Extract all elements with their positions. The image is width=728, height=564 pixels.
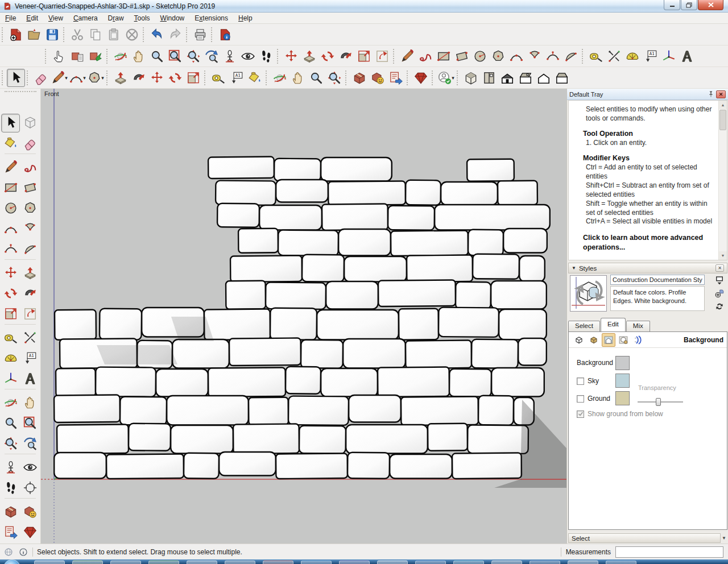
two-point-arc-tool-icon[interactable]	[507, 47, 526, 65]
select-tool-icon[interactable]	[7, 69, 25, 87]
tape-measure-tool-icon[interactable]	[587, 47, 605, 65]
sky-color-swatch[interactable]	[615, 374, 630, 388]
push-pull-tool-icon[interactable]	[300, 47, 318, 65]
share-model-tool-icon[interactable]	[387, 69, 405, 87]
toolbar-grip[interactable]	[582, 49, 584, 64]
secondary-pane-icon[interactable]	[713, 275, 726, 286]
watermark-settings-icon[interactable]	[617, 333, 630, 347]
walk-tool-icon[interactable]	[257, 47, 275, 65]
ground-checkbox[interactable]	[577, 395, 584, 403]
taskbar-app-icon[interactable]	[606, 561, 636, 564]
windows-taskbar[interactable]	[0, 559, 728, 564]
zoom-tool-icon[interactable]	[307, 69, 325, 87]
menu-view[interactable]: View	[43, 13, 68, 23]
dropdown-arrow-icon[interactable]: ▾	[83, 75, 86, 81]
scroll-down-icon[interactable]: ▼	[719, 251, 727, 260]
instructor-scrollbar[interactable]: ▲ ▼	[718, 101, 727, 260]
pan-tool-icon[interactable]	[289, 69, 307, 87]
style-thumbnail[interactable]	[570, 275, 607, 312]
menu-window[interactable]: Window	[155, 13, 190, 23]
undo-tool-icon[interactable]	[148, 26, 166, 44]
toolbar-grip[interactable]	[45, 49, 47, 64]
top-view-tool-icon[interactable]	[480, 69, 498, 87]
text-tool-icon[interactable]: A1	[228, 69, 246, 87]
line-tool-icon[interactable]: ▾	[50, 69, 68, 87]
taskbar-app-icon[interactable]	[453, 561, 484, 564]
menu-edit[interactable]: Edit	[21, 13, 43, 23]
edge-settings-icon[interactable]	[572, 333, 586, 347]
style-name-field[interactable]: Construction Documentation Sty	[610, 275, 705, 285]
rotated-rectangle-tool-icon[interactable]	[453, 47, 471, 65]
info-circle-icon[interactable]	[18, 547, 28, 557]
polygon-tool-icon[interactable]	[489, 47, 507, 65]
text-tool-icon[interactable]: A1	[642, 47, 660, 65]
taskbar-app-icon[interactable]	[491, 561, 522, 564]
look-around-tool-icon[interactable]	[20, 458, 39, 477]
orbit-tool-icon[interactable]	[111, 47, 130, 65]
measurements-input[interactable]	[615, 546, 723, 558]
tab-select[interactable]: Select	[568, 321, 600, 331]
save-tool-icon[interactable]	[43, 26, 61, 44]
previous-view-tool-icon[interactable]	[20, 434, 39, 453]
paint-bucket-tool-icon[interactable]	[246, 69, 264, 87]
restore-button[interactable]	[681, 0, 697, 10]
menu-tools[interactable]: Tools	[129, 13, 155, 23]
toolbar-grip[interactable]	[63, 27, 65, 42]
iso-view-tool-icon[interactable]	[462, 69, 480, 87]
menu-file[interactable]: File	[0, 13, 21, 23]
rotate-tool-icon[interactable]	[166, 69, 184, 87]
taskbar-app-icon[interactable]	[339, 561, 370, 564]
scale-tool-icon[interactable]	[184, 69, 202, 87]
offset-tool-icon[interactable]	[373, 47, 391, 65]
previous-view-tool-icon[interactable]	[202, 47, 221, 65]
back-view-tool-icon[interactable]	[535, 69, 553, 87]
position-camera-tool-icon[interactable]	[1, 458, 20, 477]
move-tool-icon[interactable]	[148, 69, 166, 87]
tab-edit[interactable]: Edit	[601, 318, 626, 331]
zoom-window-tool-icon[interactable]	[166, 47, 184, 65]
toolbar-grip[interactable]	[204, 70, 206, 85]
pan-tool-icon[interactable]	[20, 393, 39, 412]
pie-filled-tool-icon[interactable]	[20, 240, 39, 259]
two-point-arc-tool-icon[interactable]	[1, 219, 20, 238]
select-tool-icon[interactable]	[1, 114, 20, 132]
line-tool-icon[interactable]	[1, 158, 20, 177]
look-around-tool-icon[interactable]	[239, 47, 257, 65]
rectangle-tool-icon[interactable]	[1, 179, 20, 197]
transparency-slider[interactable]	[638, 398, 683, 406]
ashlar-stone-wall-model[interactable]	[41, 89, 566, 544]
orbit-tool-icon[interactable]	[271, 69, 289, 87]
taskbar-app-icon[interactable]	[301, 561, 332, 564]
menu-camera[interactable]: Camera	[68, 13, 103, 23]
scale-tool-icon[interactable]	[1, 305, 20, 324]
circle-tool-icon[interactable]	[471, 47, 489, 65]
taskbar-app-icon[interactable]	[187, 561, 217, 564]
toolbar-grip[interactable]	[393, 49, 395, 64]
create-style-icon[interactable]	[713, 288, 726, 299]
taskbar-app-icon[interactable]	[415, 561, 446, 564]
3d-warehouse-tool-icon[interactable]	[1, 503, 20, 521]
toolbar-grip[interactable]	[432, 70, 434, 85]
rectangle-tool-icon[interactable]	[435, 47, 453, 65]
palette-grip[interactable]	[5, 91, 36, 92]
taskbar-app-icon[interactable]	[72, 561, 103, 564]
rotated-rectangle-tool-icon[interactable]	[20, 179, 39, 197]
axes-tool-icon[interactable]	[660, 47, 678, 65]
print-tool-icon[interactable]	[191, 26, 209, 44]
freehand-tool-icon[interactable]	[416, 47, 435, 65]
protractor-tool-icon[interactable]	[1, 349, 20, 368]
face-settings-icon[interactable]	[587, 333, 601, 347]
toolbar-grip[interactable]	[106, 70, 109, 85]
tray-close-icon[interactable]: ✕	[716, 90, 726, 98]
toolbar-grip[interactable]	[277, 49, 279, 64]
protractor-tool-icon[interactable]	[623, 47, 642, 65]
zoom-extents-tool-icon[interactable]	[1, 434, 20, 453]
instructor-advanced-link[interactable]: Click to learn about more advanced opera…	[583, 233, 716, 252]
get-models-tool-icon[interactable]	[369, 69, 387, 87]
extension-warehouse-tool-icon[interactable]	[20, 523, 39, 542]
toolbar-grip[interactable]	[143, 27, 145, 42]
3d-text-tool-icon[interactable]	[678, 47, 696, 65]
account-tool-icon[interactable]: ▾	[437, 69, 455, 87]
eraser-tool-icon[interactable]	[32, 69, 50, 87]
toolbar-grip[interactable]	[27, 70, 29, 85]
